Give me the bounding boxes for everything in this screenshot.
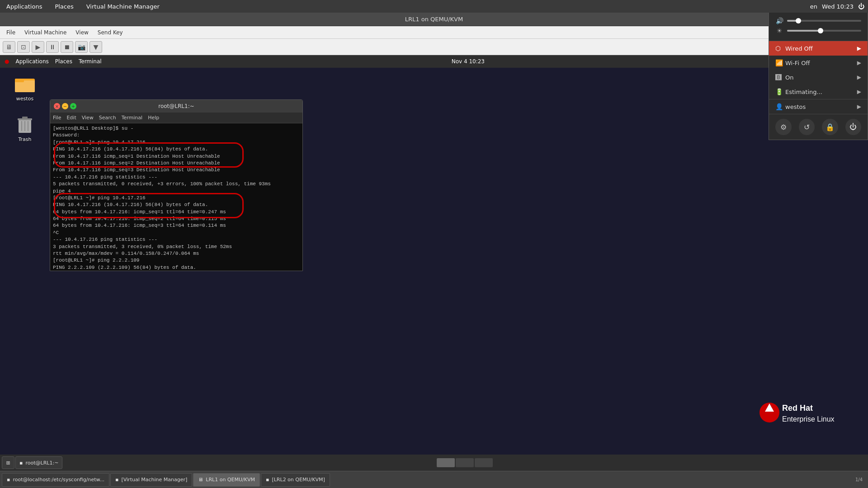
rhel-applications[interactable]: Applications <box>15 58 48 65</box>
toolbar-screenshot-btn[interactable]: 📷 <box>75 41 88 53</box>
kvm-menubar: File Virtual Machine View Send Key <box>0 26 868 39</box>
kvm-menu-sendkey[interactable]: Send Key <box>94 28 127 37</box>
toolbar-extra-btn[interactable]: ▼ <box>90 41 102 53</box>
pager-workspace-3[interactable] <box>475 458 493 467</box>
term-menu-edit[interactable]: Edit <box>66 115 76 121</box>
toolbar-play-btn[interactable]: ▶ <box>32 41 44 53</box>
kvm-taskbar-vmm-icon: ▪ <box>115 477 118 483</box>
desktop-icon-westos[interactable]: westos <box>9 72 41 102</box>
terminal-line-16: ^C <box>53 230 300 236</box>
kvm-taskbar-lrl2[interactable]: ▪ [LRL2 on QEMU/KVM] <box>261 473 330 487</box>
terminal-minimize-btn[interactable]: − <box>62 103 68 109</box>
terminal-line-12: PING 10.4.17.216 (10.4.17.216) 56(84) by… <box>53 202 300 208</box>
tray-bluetooth-arrow: ▶ <box>857 74 861 80</box>
kvm-taskbar-lrl1-label: LRL1 on QEMU/KVM <box>206 477 255 483</box>
brightness-slider[interactable] <box>787 30 861 32</box>
trash-label: Trash <box>18 136 31 142</box>
kvm-taskbar-lrl2-icon: ▪ <box>266 477 269 483</box>
kvm-window: LRL1 on QEMU/KVM File Virtual Machine Vi… <box>0 13 868 488</box>
taskbar-terminal-label: root@LRL1:~ <box>25 460 58 466</box>
desktop-icon-trash[interactable]: Trash <box>9 113 41 142</box>
tray-battery-item[interactable]: 🔋 Estimating... ▶ <box>769 84 868 99</box>
brightness-icon: ☀ <box>775 27 783 34</box>
brightness-thumb[interactable] <box>818 28 823 33</box>
toolbar-pause-btn[interactable]: ⏸ <box>46 41 59 53</box>
kvm-titlebar: LRL1 on QEMU/KVM <box>0 13 868 26</box>
terminal-content[interactable]: [westos@LRL1 Desktop]$ su -Password:[roo… <box>50 123 302 271</box>
vmm-menu[interactable]: Virtual Machine Manager <box>84 2 162 11</box>
svg-rect-2 <box>15 79 24 82</box>
terminal-maximize-btn[interactable]: + <box>70 103 76 109</box>
kvm-taskbar-page: 1/4 <box>855 477 866 482</box>
terminal-line-1: Password: <box>53 132 300 139</box>
term-menu-terminal[interactable]: Terminal <box>122 115 143 121</box>
pager-workspace[interactable] <box>437 458 455 467</box>
rhel-terminal[interactable]: Terminal <box>79 58 102 65</box>
terminal-title: root@LRL1:~ <box>76 103 276 109</box>
term-menu-file[interactable]: File <box>53 115 61 121</box>
pager-workspace-2[interactable] <box>456 458 474 467</box>
tray-settings-btn[interactable]: ⚙ <box>775 119 792 135</box>
terminal-line-3: PING 10.4.17.216 (10.4.17.216) 56(84) by… <box>53 146 300 153</box>
tray-battery-arrow: ▶ <box>857 89 861 95</box>
applications-menu[interactable]: Applications <box>4 2 45 11</box>
kvm-taskbar-lrl1-icon: 🖥 <box>198 477 203 483</box>
kvm-taskbar-lrl2-label: [LRL2 on QEMU/KVM] <box>272 477 325 483</box>
volume-thumb[interactable] <box>796 18 801 23</box>
tray-bluetooth-item[interactable]: 🅱 On ▶ <box>769 70 868 84</box>
rhel-places[interactable]: Places <box>55 58 72 65</box>
rhel-taskbar-terminal-btn[interactable]: ▪ root@LRL1:~ <box>15 456 62 469</box>
kvm-taskbar-vmm[interactable]: ▪ [Virtual Machine Manager] <box>110 473 192 487</box>
toolbar-scale-btn[interactable]: ⊡ <box>17 41 30 53</box>
tray-refresh-btn[interactable]: ↺ <box>799 119 815 135</box>
kvm-menu-file[interactable]: File <box>3 28 19 37</box>
kvm-taskbar-sysconfig[interactable]: ▪ root@localhost:/etc/sysconfig/netw... <box>2 473 109 487</box>
kvm-menu-view[interactable]: View <box>72 28 92 37</box>
terminal-line-8: --- 10.4.17.216 ping statistics --- <box>53 174 300 181</box>
terminal-line-20: [root@LRL1 ~]# ping 2.2.2.109 <box>53 257 300 264</box>
rhel-show-desktop-btn[interactable]: ⊞ <box>2 456 14 469</box>
kvm-taskbar-lrl1[interactable]: 🖥 LRL1 on QEMU/KVM <box>193 473 260 487</box>
tray-battery-icon: 🔋 <box>775 88 785 95</box>
volume-slider[interactable] <box>787 20 861 22</box>
kvm-taskbar-sysconfig-icon: ▪ <box>7 477 10 483</box>
tray-wifi-icon: 📶 <box>775 59 785 66</box>
terminal-close-btn[interactable]: × <box>54 103 60 109</box>
tray-wifi-label: Wi-Fi Off <box>785 60 857 66</box>
tray-wired-arrow: ▶ <box>857 45 861 52</box>
toolbar-stop-btn[interactable]: ⏹ <box>61 41 73 53</box>
kvm-taskbar-vmm-label: [Virtual Machine Manager] <box>121 477 187 483</box>
tray-user-arrow: ▶ <box>857 103 861 110</box>
rhel-desktop-area: westos Trash <box>0 68 868 455</box>
brightness-fill <box>787 30 821 32</box>
terminal-line-18: 3 packets transmitted, 3 received, 0% pa… <box>53 244 300 250</box>
tray-bluetooth-label: On <box>785 74 857 81</box>
places-menu[interactable]: Places <box>52 2 76 11</box>
kvm-menu-virtualmachine[interactable]: Virtual Machine <box>21 28 70 37</box>
rhel-applications-menu[interactable]: ● <box>5 58 9 65</box>
kvm-title: LRL1 on QEMU/KVM <box>405 16 463 23</box>
tray-wifi-item[interactable]: 📶 Wi-Fi Off ▶ <box>769 56 868 70</box>
tray-lock-btn[interactable]: 🔒 <box>822 119 838 135</box>
tray-icon[interactable]: ⏻ <box>858 3 864 10</box>
tray-user-item[interactable]: 👤 westos ▶ <box>769 99 868 114</box>
term-menu-view[interactable]: View <box>82 115 94 121</box>
term-menu-search[interactable]: Search <box>99 115 116 121</box>
trash-icon <box>14 113 36 135</box>
kvm-toolbar: 🖥 ⊡ ▶ ⏸ ⏹ 📷 ▼ <box>0 39 868 55</box>
tray-user-label: westos <box>785 103 857 110</box>
top-bar-left: Applications Places Virtual Machine Mana… <box>4 2 162 11</box>
tray-wired-label: Wired Off <box>785 45 857 52</box>
tray-power-btn[interactable]: ⏻ <box>845 119 862 135</box>
westos-label: westos <box>16 96 33 102</box>
tray-bluetooth-icon: 🅱 <box>775 74 785 81</box>
terminal-line-19: rtt min/avg/max/mdev = 0.114/0.158/0.247… <box>53 250 300 257</box>
tray-wired-icon: ⬡ <box>775 45 785 52</box>
tray-wired-item[interactable]: ⬡ Wired Off ▶ <box>769 41 868 56</box>
term-menu-help[interactable]: Help <box>148 115 159 121</box>
rhel-topbar: ● Applications Places Terminal Nov 4 10:… <box>0 55 868 68</box>
westos-folder-icon <box>14 72 36 94</box>
terminal-line-6: From 10.4.17.116 icmp_seq=3 Destination … <box>53 167 300 174</box>
toolbar-display-btn[interactable]: 🖥 <box>3 41 15 53</box>
terminal-titlebar: × − + root@LRL1:~ <box>50 100 302 113</box>
